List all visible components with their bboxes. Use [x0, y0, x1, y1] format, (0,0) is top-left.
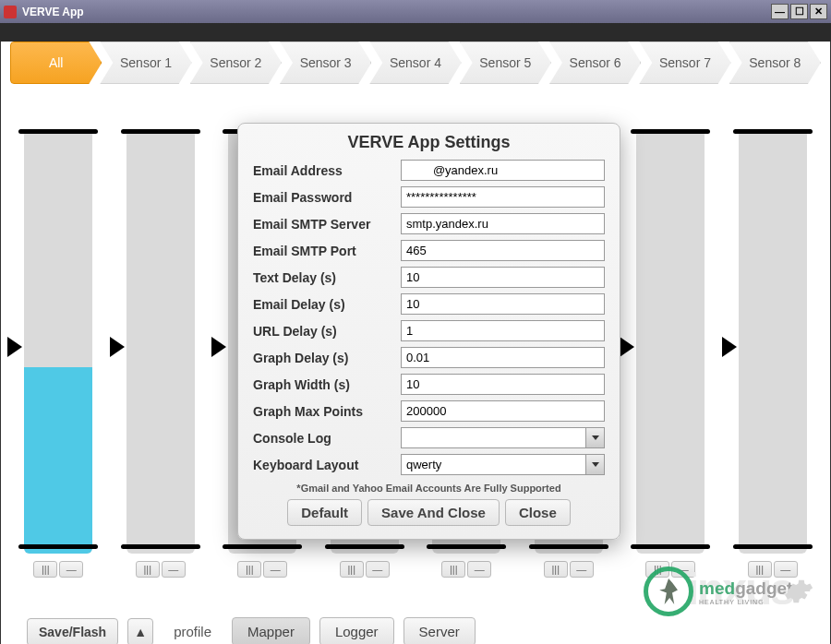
slider-minus-button[interactable]: —	[59, 561, 83, 578]
gear-icon[interactable]	[782, 576, 813, 607]
runner-icon	[658, 578, 679, 604]
slider-arrow-icon[interactable]	[7, 337, 22, 357]
close-button[interactable]: ✕	[810, 4, 827, 19]
minimize-button[interactable]: —	[771, 4, 789, 19]
slider-mark-top	[733, 129, 813, 134]
email-address-label: Email Address	[253, 163, 401, 178]
titlebar: VERVE App — ☐ ✕	[0, 0, 831, 23]
save-flash-up-button[interactable]: ▲	[127, 618, 153, 645]
slider-arrow-icon[interactable]	[722, 337, 737, 357]
tab-sensor-8[interactable]: Sensor 8	[729, 42, 821, 84]
slider-track[interactable]	[739, 129, 807, 554]
mapper-tab-button[interactable]: Mapper	[232, 617, 310, 644]
slider-minus-button[interactable]: —	[467, 561, 491, 578]
tab-sensor-3[interactable]: Sensor 3	[280, 42, 371, 84]
url-delay-input[interactable]	[401, 320, 605, 341]
slider-fill	[24, 367, 92, 554]
tab-sensor-4[interactable]: Sensor 4	[369, 42, 461, 84]
slider-minus-button[interactable]: —	[570, 561, 594, 578]
app-icon	[4, 6, 17, 18]
keyboard-layout-value: qwerty	[406, 458, 441, 471]
sensor-slider-2: |||—	[114, 129, 208, 578]
slider-controls: |||—	[441, 561, 491, 578]
graph-delay-input[interactable]	[401, 347, 605, 368]
graph-width-label: Graph Width (s)	[253, 377, 401, 392]
slider-track[interactable]	[636, 129, 705, 554]
smtp-server-input[interactable]	[401, 213, 605, 234]
profile-label[interactable]: profile	[163, 620, 223, 643]
close-settings-button[interactable]: Close	[505, 499, 571, 526]
slider-mark-top	[631, 129, 710, 134]
slider-mark-bottom	[631, 544, 710, 549]
smtp-port-input[interactable]	[401, 240, 605, 261]
email-address-input[interactable]	[401, 160, 605, 181]
slider-track[interactable]	[126, 129, 195, 554]
logger-tab-button[interactable]: Logger	[319, 617, 394, 644]
keyboard-layout-select[interactable]: qwerty	[401, 454, 605, 475]
email-delay-label: Email Delay (s)	[253, 297, 401, 312]
slider-toggle-button[interactable]: |||	[33, 561, 57, 578]
tab-sensor-2[interactable]: Sensor 2	[190, 42, 282, 84]
settings-title: VERVE App Settings	[253, 133, 605, 152]
sensor-tabs: AllSensor 1Sensor 2Sensor 3Sensor 4Senso…	[10, 42, 821, 84]
slider-minus-button[interactable]: —	[366, 561, 390, 578]
console-log-label: Console Log	[253, 431, 401, 446]
maximize-button[interactable]: ☐	[790, 4, 808, 19]
keyboard-layout-label: Keyboard Layout	[253, 458, 401, 472]
graph-max-points-label: Graph Max Points	[253, 404, 401, 419]
logo-ring-icon	[644, 566, 693, 616]
slider-toggle-button[interactable]: |||	[136, 561, 160, 578]
app-body: AllSensor 1Sensor 2Sensor 3Sensor 4Senso…	[0, 42, 831, 644]
chevron-down-icon	[585, 455, 604, 474]
email-delay-input[interactable]	[401, 293, 605, 315]
slider-mark-top	[18, 129, 98, 134]
slider-controls: |||—	[136, 561, 186, 578]
tab-sensor-5[interactable]: Sensor 5	[460, 42, 551, 84]
smtp-server-label: Email SMTP Server	[253, 217, 401, 232]
tab-all[interactable]: All	[10, 42, 102, 84]
graph-width-input[interactable]	[401, 374, 605, 395]
slider-toggle-button[interactable]: |||	[544, 561, 568, 578]
slider-toggle-button[interactable]: |||	[237, 561, 261, 578]
bottom-bar: Save/Flash ▲ profile Mapper Logger Serve…	[27, 617, 812, 644]
slider-minus-button[interactable]: —	[162, 561, 186, 578]
window-title: VERVE App	[22, 6, 769, 18]
smtp-port-label: Email SMTP Port	[253, 244, 401, 258]
save-flash-button[interactable]: Save/Flash	[27, 618, 118, 645]
slider-mark-bottom	[18, 544, 98, 549]
settings-footnote: *Gmail and Yahoo Email Accounts Are Full…	[253, 483, 605, 494]
slider-controls: |||—	[237, 561, 287, 578]
app-frame: VERVE App — ☐ ✕ AllSensor 1Sensor 2Senso…	[0, 0, 831, 644]
slider-mark-bottom	[121, 544, 200, 549]
tab-sensor-6[interactable]: Sensor 6	[549, 42, 641, 84]
tab-sensor-7[interactable]: Sensor 7	[639, 42, 730, 84]
console-log-select[interactable]	[401, 427, 605, 448]
slider-controls: |||—	[33, 561, 83, 578]
url-delay-label: URL Delay (s)	[253, 324, 401, 339]
default-button[interactable]: Default	[287, 499, 362, 526]
text-delay-label: Text Delay (s)	[253, 270, 401, 285]
settings-buttons: Default Save And Close Close	[253, 499, 605, 526]
tab-sensor-1[interactable]: Sensor 1	[100, 42, 191, 84]
slider-track[interactable]	[24, 129, 92, 554]
graph-max-points-input[interactable]	[401, 400, 605, 422]
slider-toggle-button[interactable]: |||	[340, 561, 364, 578]
slider-controls: |||—	[544, 561, 594, 578]
slider-minus-button[interactable]: —	[263, 561, 287, 578]
slider-arrow-icon[interactable]	[110, 337, 125, 357]
server-tab-button[interactable]: Server	[403, 617, 476, 644]
medgadgets-logo: medgadgets HEALTHY LIVING	[644, 566, 802, 616]
slider-mark-top	[121, 129, 200, 134]
slider-arrow-icon[interactable]	[620, 337, 634, 357]
chevron-down-icon	[585, 428, 604, 447]
slider-arrow-icon[interactable]	[211, 337, 226, 357]
slider-mark-bottom	[733, 544, 813, 549]
save-and-close-button[interactable]: Save And Close	[367, 499, 500, 526]
slider-mark-bottom	[427, 544, 506, 549]
slider-controls: |||—	[340, 561, 390, 578]
slider-toggle-button[interactable]: |||	[441, 561, 465, 578]
email-password-label: Email Password	[253, 190, 401, 205]
text-delay-input[interactable]	[401, 267, 605, 288]
slider-mark-bottom	[223, 544, 302, 549]
email-password-input[interactable]	[401, 186, 605, 208]
